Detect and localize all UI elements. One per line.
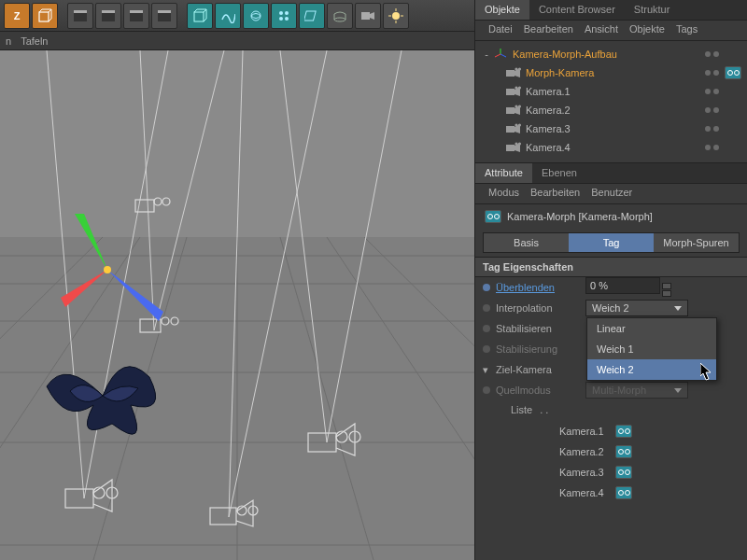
svg-point-64 — [104, 266, 111, 273]
visibility-dots[interactable] — [695, 89, 723, 94]
input-ueberblenden[interactable]: 0 % — [585, 277, 660, 294]
dropdown-quellmodus-value: Multi-Morph — [592, 385, 646, 396]
list-item[interactable]: Kamera.2 — [483, 441, 740, 462]
visibility-dots[interactable] — [695, 126, 723, 132]
label-ueberblenden[interactable]: Überblenden — [496, 282, 580, 293]
tree-row[interactable]: Kamera.3 — [475, 119, 747, 138]
obj-menu-objekte[interactable]: Objekte — [629, 23, 665, 37]
obj-menu-tags[interactable]: Tags — [676, 23, 698, 37]
tool-light[interactable] — [383, 3, 409, 29]
dropdown-interpolation[interactable]: Weich 2 — [585, 300, 688, 316]
svg-point-70 — [518, 67, 521, 70]
tag-slot[interactable] — [723, 103, 743, 118]
svg-rect-5 — [130, 13, 143, 21]
dropdown-interpolation-value: Weich 2 — [592, 302, 629, 314]
tool-array[interactable] — [271, 3, 297, 29]
visibility-dots[interactable] — [695, 145, 723, 150]
tree-row[interactable]: Kamera.1 — [475, 82, 747, 101]
tab-ebenen[interactable]: Ebenen — [532, 163, 586, 183]
tab-objekte[interactable]: Objekte — [475, 0, 529, 20]
dropdown-option-weich1[interactable]: Weich 1 — [587, 339, 716, 359]
disclosure-triangle-icon[interactable]: ▾ — [483, 364, 490, 376]
mouse-cursor-icon — [700, 363, 713, 382]
keyframe-bullet-icon[interactable] — [483, 325, 490, 332]
tool-z-button[interactable]: Z — [4, 3, 30, 29]
attr-menu-bearbeiten[interactable]: Bearbeiten — [530, 187, 580, 201]
svg-point-73 — [518, 86, 521, 89]
dropdown-option-weich2[interactable]: Weich 2 — [587, 359, 716, 380]
attr-menu-benutzer[interactable]: Benutzer — [591, 187, 632, 201]
svg-rect-3 — [102, 13, 115, 21]
tab-struktur[interactable]: Struktur — [625, 0, 680, 20]
visibility-dots[interactable] — [695, 70, 723, 76]
tab-content-browser[interactable]: Content Browser — [529, 0, 625, 20]
right-panel: Objekte Content Browser Struktur Datei B… — [474, 0, 747, 560]
obj-menu-datei[interactable]: Datei — [488, 23, 513, 37]
tool-camera[interactable] — [355, 3, 381, 29]
keyframe-bullet-icon[interactable] — [483, 304, 490, 312]
list-item-label: Kamera.3 — [559, 467, 604, 478]
tool-clapper-1[interactable] — [67, 3, 93, 29]
subbar-item-1[interactable]: Tafeln — [21, 35, 48, 47]
visibility-dots[interactable] — [695, 51, 723, 57]
dropdown-option-linear[interactable]: Linear — [587, 318, 716, 339]
list-item[interactable]: Kamera.3 — [483, 462, 740, 483]
tree-twisty-icon[interactable]: - — [481, 49, 492, 60]
svg-point-12 — [285, 11, 289, 15]
obj-menu-bearbeiten[interactable]: Bearbeiten — [524, 23, 573, 37]
spinner-ueberblenden[interactable] — [662, 283, 671, 298]
keyframe-bullet-icon[interactable] — [483, 284, 490, 291]
tree-item-label: Kamera.3 — [526, 123, 695, 134]
tool-deformer[interactable] — [299, 3, 325, 29]
list-item[interactable]: Kamera.4 — [483, 483, 740, 503]
3d-viewport[interactable] — [0, 50, 474, 560]
seg-tag[interactable]: Tag — [569, 233, 654, 252]
svg-line-66 — [500, 54, 506, 57]
seg-morph-spuren[interactable]: Morph-Spuren — [654, 233, 739, 252]
tool-prim-cube[interactable] — [187, 3, 213, 29]
attr-menu-modus[interactable]: Modus — [488, 187, 519, 201]
tree-row[interactable]: Kamera.4 — [475, 138, 747, 157]
prop-interpolation: Interpolation Weich 2 — [475, 298, 747, 318]
tag-slot[interactable] — [723, 47, 743, 62]
svg-point-69 — [514, 67, 517, 70]
list-item[interactable]: Kamera.1 — [483, 421, 740, 441]
tool-clapper-4[interactable] — [151, 3, 177, 29]
label-quellmodus: Quellmodus — [496, 385, 580, 396]
svg-rect-2 — [74, 10, 87, 13]
tool-clapper-3[interactable] — [123, 3, 149, 29]
tag-slot[interactable] — [723, 65, 743, 80]
camera-morph-tag-icon — [615, 425, 632, 438]
svg-point-18 — [392, 12, 400, 20]
svg-rect-1 — [74, 13, 87, 21]
tab-attribute[interactable]: Attribute — [475, 163, 532, 183]
subbar-item-0[interactable]: n — [6, 35, 11, 47]
prop-liste: Liste. . Kamera.1Kamera.2Kamera.3Kamera.… — [475, 400, 747, 507]
tag-slot[interactable] — [723, 121, 743, 136]
svg-rect-17 — [361, 12, 370, 20]
tree-row[interactable]: Kamera.2 — [475, 101, 747, 119]
dropdown-quellmodus: Multi-Morph — [585, 382, 688, 399]
tool-nurbs[interactable] — [243, 3, 269, 29]
object-tree[interactable]: -Kamera-Morph-AufbauMorph-KameraKamera.1… — [475, 41, 747, 163]
svg-rect-68 — [506, 70, 514, 77]
tool-clapper-2[interactable] — [95, 3, 121, 29]
tree-row[interactable]: -Kamera-Morph-Aufbau — [475, 45, 747, 63]
svg-point-75 — [514, 105, 517, 107]
camera-morph-tag-icon[interactable] — [725, 66, 741, 79]
tag-slot[interactable] — [723, 140, 743, 155]
seg-basis[interactable]: Basis — [484, 233, 569, 252]
visibility-dots[interactable] — [695, 107, 723, 113]
caret-down-icon — [674, 306, 682, 311]
tool-cube-button[interactable] — [32, 3, 58, 29]
camera-morph-tag-icon — [615, 486, 632, 499]
tag-slot[interactable] — [723, 84, 743, 99]
tool-environment[interactable] — [327, 3, 353, 29]
tree-row[interactable]: Morph-Kamera — [475, 63, 747, 82]
obj-menu-ansicht[interactable]: Ansicht — [585, 23, 618, 37]
tool-spline[interactable] — [215, 3, 241, 29]
svg-rect-6 — [130, 10, 143, 13]
camera-icon — [505, 122, 522, 135]
camera-icon — [505, 66, 522, 79]
camera-morph-tag-icon — [615, 445, 632, 458]
